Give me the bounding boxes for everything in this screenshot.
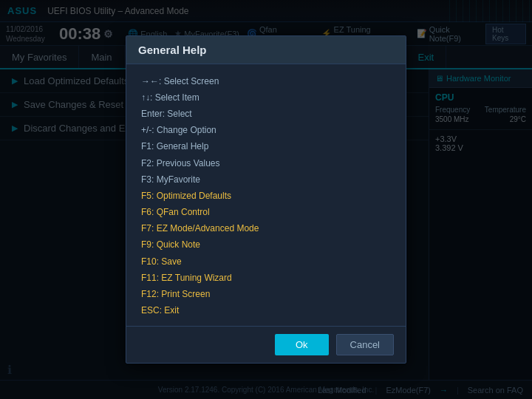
modal-footer: Ok Cancel bbox=[126, 326, 406, 363]
ok-button[interactable]: Ok bbox=[275, 334, 329, 355]
help-line-f5: F5: Optimized Defaults bbox=[141, 188, 391, 204]
help-line-f7: F7: EZ Mode/Advanced Mode bbox=[141, 220, 391, 236]
cancel-button[interactable]: Cancel bbox=[336, 334, 394, 355]
help-line-4: +/-: Change Option bbox=[141, 122, 391, 138]
modal-body: →←: Select Screen ↑↓: Select Item Enter:… bbox=[126, 64, 406, 327]
help-line-5: F1: General Help bbox=[141, 138, 391, 154]
help-line-1: →←: Select Screen bbox=[141, 73, 391, 89]
help-line-f6: F6: QFan Control bbox=[141, 204, 391, 220]
help-line-f12: F12: Print Screen bbox=[141, 286, 391, 302]
help-line-3: Enter: Select bbox=[141, 106, 391, 122]
help-line-6: F2: Previous Values bbox=[141, 155, 391, 171]
help-line-esc: ESC: Exit bbox=[141, 302, 391, 318]
help-line-2: ↑↓: Select Item bbox=[141, 89, 391, 106]
modal-title: General Help bbox=[126, 36, 406, 64]
help-line-7: F3: MyFavorite bbox=[141, 171, 391, 188]
help-line-f11: F11: EZ Tuning Wizard bbox=[141, 270, 391, 286]
help-line-f10: F10: Save bbox=[141, 253, 391, 270]
modal-overlay: General Help →←: Select Screen ↑↓: Selec… bbox=[0, 0, 532, 399]
help-line-f9: F9: Quick Note bbox=[141, 236, 391, 253]
general-help-modal: General Help →←: Select Screen ↑↓: Selec… bbox=[126, 35, 406, 364]
